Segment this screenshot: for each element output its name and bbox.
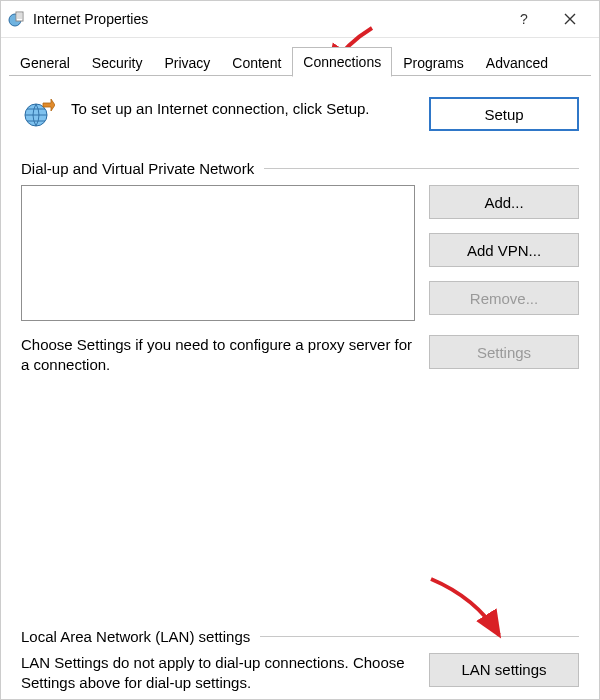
- lan-helper-text: LAN Settings do not apply to dial-up con…: [21, 653, 415, 694]
- add-button[interactable]: Add...: [429, 185, 579, 219]
- titlebar: Internet Properties ?: [1, 1, 599, 38]
- tab-advanced[interactable]: Advanced: [475, 48, 559, 77]
- internet-properties-dialog: Internet Properties ? General Security P…: [0, 0, 600, 700]
- help-button[interactable]: ?: [501, 4, 547, 34]
- tab-general[interactable]: General: [9, 48, 81, 77]
- tabstrip: General Security Privacy Content Connect…: [1, 38, 599, 77]
- globe-setup-icon: [21, 97, 55, 134]
- dialup-heading: Dial-up and Virtual Private Network: [21, 160, 254, 177]
- tab-programs[interactable]: Programs: [392, 48, 475, 77]
- svg-rect-2: [17, 14, 22, 15]
- svg-rect-3: [17, 16, 22, 17]
- tab-privacy[interactable]: Privacy: [153, 48, 221, 77]
- setup-description: To set up an Internet connection, click …: [71, 97, 413, 119]
- proxy-helper-text: Choose Settings if you need to configure…: [21, 335, 415, 376]
- divider: [260, 636, 579, 637]
- tab-content[interactable]: Content: [221, 48, 292, 77]
- connections-panel: To set up an Internet connection, click …: [1, 77, 599, 700]
- lan-settings-button[interactable]: LAN settings: [429, 653, 579, 687]
- settings-button: Settings: [429, 335, 579, 369]
- close-button[interactable]: [547, 4, 593, 34]
- remove-button: Remove...: [429, 281, 579, 315]
- add-vpn-button[interactable]: Add VPN...: [429, 233, 579, 267]
- lan-heading: Local Area Network (LAN) settings: [21, 628, 250, 645]
- window-title: Internet Properties: [33, 11, 501, 27]
- setup-button[interactable]: Setup: [429, 97, 579, 131]
- divider: [264, 168, 579, 169]
- internet-options-icon: [7, 10, 25, 28]
- tab-connections[interactable]: Connections: [292, 47, 392, 77]
- svg-rect-4: [17, 18, 22, 19]
- dialup-connections-listbox[interactable]: [21, 185, 415, 321]
- tab-security[interactable]: Security: [81, 48, 154, 77]
